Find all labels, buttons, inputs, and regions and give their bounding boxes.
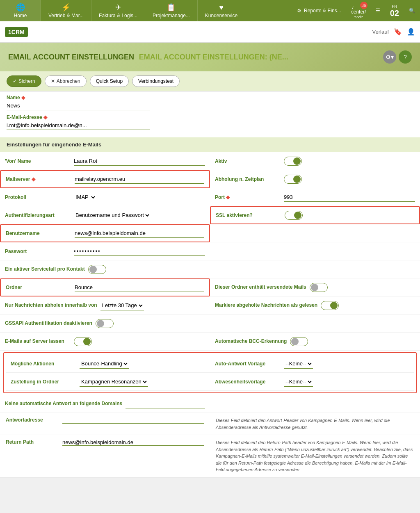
check-icon: ✓ [13,78,17,84]
moegliche-select[interactable]: Bounce-Handling [80,359,129,369]
passwort-val [74,247,205,256]
mailserver-val [75,175,204,184]
email-field-group: E-Mail-Adresse ◆ [7,114,413,130]
gssapi-cell: GSSAPI Authentifikation deaktivieren [0,315,210,333]
cancel-button[interactable]: ✕ Abbrechen [45,75,87,87]
protokoll-label: Protokoll [5,194,71,200]
gssapi-knob [97,320,104,327]
mailserver-cell: Mailserver ◆ [0,170,210,188]
incoming-section-header: Einstellungen für eingehende E-Mails [0,137,420,152]
port-input[interactable] [284,193,415,202]
abwesenheit-select[interactable]: --Keine-- [284,377,313,387]
return-path-input[interactable] [62,439,204,446]
ordner-contains-label: Dieser Ordner enthält versendete Mails [215,284,306,291]
nav-faktura[interactable]: ✈ Faktura & Logis... [91,0,145,21]
nav-search[interactable]: 🔍 [404,0,420,21]
ssl-toggle[interactable] [285,211,303,220]
page-banner: EMAIL ACCOUNT EINSTELLUNGEN EMAIL ACCOUN… [0,43,420,71]
nav-date-num: 02 [390,9,399,17]
history-label[interactable]: Verlauf [372,29,389,35]
verbindungstest-button[interactable]: Verbindungstest [132,75,180,87]
ordner-contains-cell: Dieser Ordner enthält versendete Mails [210,278,420,296]
crm-logo: 1CRM [5,27,28,37]
antwortadresse-input[interactable] [62,417,204,424]
ordner-contains-toggle[interactable] [310,283,328,292]
abholung-toggle[interactable] [284,175,302,184]
von-name-label: 'Von' Name [5,158,71,164]
nav-kunden-label: Kundenservice [205,13,237,18]
incoming-section-title: Einstellungen für eingehende E-Mails [7,141,101,148]
auth-select[interactable]: Benutzername und Passwort [74,210,151,220]
gssapi-toggle[interactable] [96,319,114,328]
auto-antwort-label: Auto-Antwort Vorlage [215,361,281,367]
ssl-toggle-wrap [285,211,414,220]
aktiv-label: Aktiv [215,158,281,164]
nachrichten-label: Nur Nachrichten abholen innerhalb von [5,302,97,309]
email-input[interactable] [7,121,150,130]
markiere-toggle[interactable] [321,301,339,310]
von-name-input[interactable] [74,157,205,166]
aktiv-toggle[interactable] [284,157,302,166]
bookmark-icon[interactable]: 🔖 [394,28,402,36]
passwort-input[interactable] [74,247,205,256]
nachrichten-select[interactable]: Letzte 30 Tage Letzte 7 Tage Alle [100,301,144,310]
auto-bcc-toggle[interactable] [290,337,308,346]
nav-avatar[interactable]: ') center/cover; border-radius:50%;"> 36 [346,0,371,21]
auto-antwort-val: --Keine-- [284,359,409,369]
nav-projekt[interactable]: 📋 Projektmanage... [145,0,198,21]
cancel-label: Abbrechen [57,78,80,84]
keine-antwort-input[interactable] [126,399,205,408]
nav-menu[interactable]: ☰ [371,0,385,21]
gssapi-label: GSSAPI Authentifikation deaktivieren [5,320,92,327]
hamburger-icon: ☰ [376,8,380,14]
benutzername-input[interactable] [75,229,204,238]
ssl-cell: SSL aktivieren? [210,206,420,224]
benutzername-val [75,229,204,238]
nav-home-label: Home [14,13,27,18]
servicefall-toggle[interactable] [88,265,106,274]
user-icon[interactable]: 👤 [407,28,415,36]
sub-header-actions: Verlauf 🔖 👤 [372,28,415,36]
ssl-knob [294,212,301,219]
ordner-contains-knob [311,284,318,291]
passwort-cell: Passwort [0,242,210,260]
name-input[interactable] [7,101,150,110]
banner-actions: ⚙▾ ? [383,50,412,64]
x-icon: ✕ [51,78,55,84]
action-section-outlined: Mögliche Aktionen Bounce-Handling Auto-A… [3,352,417,393]
port-cell: Port ◆ [210,188,420,206]
passwort-empty-right [210,242,420,260]
moegliche-cell: Mögliche Aktionen Bounce-Handling [6,355,210,373]
ordner-input[interactable] [75,283,204,292]
nav-reports[interactable]: ⚙ Reporte & Eins... [292,0,346,21]
nav-vertrieb[interactable]: ⚡ Vertrieb & Mar... [41,0,91,21]
emails-server-toggle[interactable] [74,337,92,346]
mailserver-input[interactable] [75,175,204,184]
banner-titles: EMAIL ACCOUNT EINSTELLUNGEN EMAIL ACCOUN… [8,53,288,62]
top-navigation: 🌐 Home ⚡ Vertrieb & Mar... ✈ Faktura & L… [0,0,420,21]
save-button[interactable]: ✓ Sichern [7,75,41,87]
top-fields-section: Name ◆ E-Mail-Adresse ◆ [0,91,420,137]
quick-setup-button[interactable]: Quick Setup [90,75,129,87]
reports-gear-icon: ⚙ [297,8,301,14]
auto-antwort-select[interactable]: --Keine-- [284,359,313,369]
markiere-label: Markiere abgeholte Nachrichten als geles… [215,302,317,309]
aktiv-toggle-wrap [284,157,415,166]
benutzername-label: Benutzername [6,230,71,236]
nav-home[interactable]: 🌐 Home [0,0,41,21]
aktiv-knob [293,157,301,165]
nav-kunden[interactable]: ♥ Kundenservice [198,0,245,21]
kunden-icon: ♥ [219,3,224,12]
auto-bcc-cell: Automatische BCC-Erkennung [210,333,420,351]
page-subtitle: EMAIL ACCOUNT EINSTELLUNGEN: (NE... [139,53,288,61]
protokoll-select[interactable]: IMAP POP3 [74,192,96,202]
gear-settings-button[interactable]: ⚙▾ [383,50,396,64]
zustellung-select[interactable]: Kampagnen Resonanzen [80,377,148,387]
help-button[interactable]: ? [399,50,412,64]
abwesenheit-val: --Keine-- [284,377,409,387]
moegliche-label: Mögliche Aktionen [11,361,76,367]
benutzername-empty-right [210,224,420,242]
keine-antwort-cell: Keine automatische Antwort an folgende D… [0,395,210,413]
notification-badge: 36 [360,2,368,9]
vertrieb-icon: ⚡ [62,3,71,12]
